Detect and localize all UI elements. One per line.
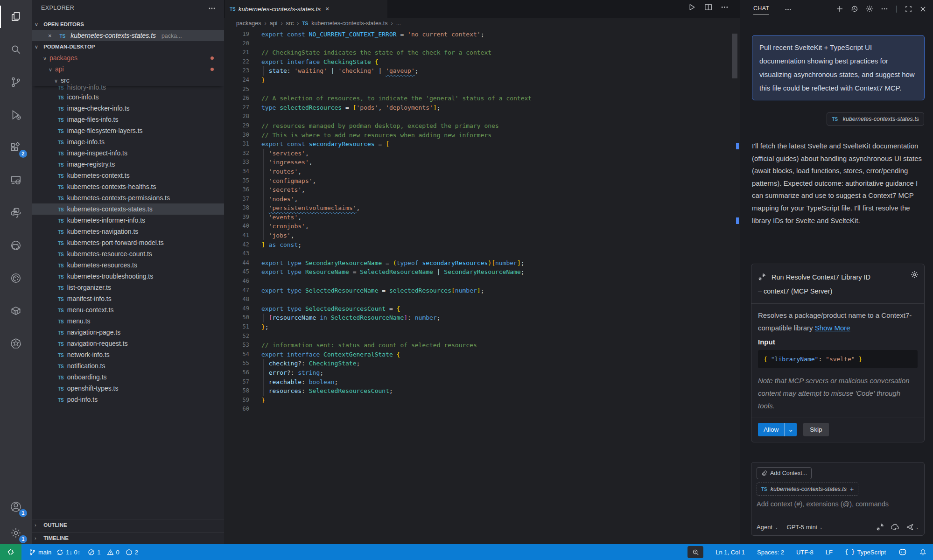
activity-remote-explorer-icon[interactable] [0,169,32,191]
file-notification.ts[interactable]: TSnotification.ts [32,360,224,371]
code-line-39[interactable]: 39 'events', [224,213,740,222]
file-image-registry.ts[interactable]: TSimage-registry.ts [32,159,224,170]
file-kubernetes-navigation.ts[interactable]: TSkubernetes-navigation.ts [32,226,224,237]
maximize-panel-icon[interactable] [905,6,912,13]
send-dropdown-icon[interactable]: ⌄ [915,525,919,530]
open-editor-item[interactable]: × TS kubernetes-contexts-states.ts packa… [32,30,224,41]
message-attachment-chip[interactable]: TS kubernetes-contexts-states.ts [827,112,924,126]
breadcrumb-item[interactable]: kubernetes-contexts-states.ts [311,20,387,27]
mode-selector[interactable]: Agent⌄ [757,524,779,531]
activity-python-icon[interactable] [0,202,32,224]
code-line-31[interactable]: 31export const secondaryResources = [ [224,140,740,149]
close-panel-icon[interactable] [919,6,926,13]
breadcrumb-item[interactable]: packages [236,20,261,27]
code-line-22[interactable]: 22export interface CheckingState { [224,57,740,67]
file-kubernetes-contexts-permissions.ts[interactable]: TSkubernetes-contexts-permissions.ts [32,192,224,203]
code-line-28[interactable]: 28 [224,112,740,121]
code-line-19[interactable]: 19export const NO_CURRENT_CONTEXT_ERROR … [224,30,740,39]
gear-icon[interactable] [866,5,873,13]
code-line-44[interactable]: 44export type SecondaryResourceName = (t… [224,259,740,268]
file-image-inspect-info.ts[interactable]: TSimage-inspect-info.ts [32,147,224,159]
voice-cloud-icon[interactable] [891,523,899,531]
activity-run-and-debug-icon[interactable] [0,104,32,126]
code-line-24[interactable]: 24} [224,76,740,85]
editor-more-icon[interactable] [721,3,729,11]
code-line-55[interactable]: 55 checking?: CheckingState; [224,359,740,368]
code-line-20[interactable]: 20 [224,39,740,49]
code-line-25[interactable]: 25 [224,85,740,94]
project-root-section[interactable]: ∨ PODMAN-DESKTOP [32,41,224,52]
breadcrumb[interactable]: packages›api›src›TSkubernetes-contexts-s… [236,18,401,29]
open-editors-section[interactable]: ∨ OPEN EDITORS [32,19,224,30]
zoom-indicator[interactable] [687,546,703,558]
file-icon-info.ts[interactable]: TSicon-info.ts [32,91,224,103]
chat-input-box[interactable]: Add Context... TS kubernetes-contexts-st… [751,462,925,536]
activity-extensions-icon[interactable]: 2 [0,136,32,159]
code-line-58[interactable]: 58 resources: SelectedResourcesCount; [224,386,740,396]
code-line-29[interactable]: 29// resources managed by podman desktop… [224,121,740,131]
file-manifest-info.ts[interactable]: TSmanifest-info.ts [32,293,224,304]
file-kubernetes-context.ts[interactable]: TSkubernetes-context.ts [32,170,224,181]
activity-github-icon[interactable] [0,234,32,257]
model-selector[interactable]: GPT-5 mini⌄ [787,524,823,531]
input-attachment-chip[interactable]: TS kubernetes-contexts-states.ts + [757,483,858,496]
editor-scrollbar[interactable] [732,34,737,78]
tab-kubernetes-contexts-states[interactable]: TS kubernetes-contexts-states.ts × [225,0,387,18]
chat-tab-more-icon[interactable] [785,6,792,13]
bell-icon[interactable] [919,549,926,556]
code-line-57[interactable]: 57 reachable: boolean; [224,378,740,387]
code-line-26[interactable]: 26// A selection of resources, to indica… [224,94,740,103]
timeline-section[interactable]: › TIMELINE [32,532,224,544]
file-image-info.ts[interactable]: TSimage-info.ts [32,136,224,147]
code-line-52[interactable]: 52 [224,332,740,341]
code-line-60[interactable]: 60 [224,405,740,414]
code-line-23[interactable]: 23 state: 'waiting' | 'checking' | 'gave… [224,66,740,76]
code-line-33[interactable]: 33 'ingresses', [224,158,740,167]
run-button[interactable] [688,3,696,11]
code-line-47[interactable]: 47export type SelectedResourceName = sel… [224,286,740,295]
file-image-filesystem-layers.ts[interactable]: TSimage-filesystem-layers.ts [32,125,224,136]
code-line-45[interactable]: 45export type ResourceName = SelectedRes… [224,267,740,277]
code-line-53[interactable]: 53// information sent: status and count … [224,341,740,350]
file-kubernetes-contexts-healths.ts[interactable]: TSkubernetes-contexts-healths.ts [32,181,224,192]
file-list-organizer.ts[interactable]: TSlist-organizer.ts [32,282,224,293]
file-kubernetes-resource-count.ts[interactable]: TSkubernetes-resource-count.ts [32,248,224,259]
code-line-37[interactable]: 37 'nodes', [224,195,740,204]
file-navigation-page.ts[interactable]: TSnavigation-page.ts [32,327,224,338]
activity-explorer-icon[interactable] [0,6,32,28]
file-kubernetes-port-forward-model.ts[interactable]: TSkubernetes-port-forward-model.ts [32,237,224,248]
attach-plus-icon[interactable]: + [850,485,854,493]
allow-dropdown-icon[interactable]: ⌄ [784,423,797,436]
code-line-51[interactable]: 51}; [224,322,740,332]
file-navigation-request.ts[interactable]: TSnavigation-request.ts [32,338,224,349]
file-pod-info.ts[interactable]: TSpod-info.ts [32,394,224,405]
code-line-49[interactable]: 49export type SelectedResourcesCount = { [224,304,740,314]
problems-status[interactable]: 1 0 2 [88,549,138,556]
file-openshift-types.ts[interactable]: TSopenshift-types.ts [32,383,224,394]
code-line-43[interactable]: 43 [224,249,740,259]
activity-accounts-icon[interactable]: 1 [0,496,32,518]
code-line-34[interactable]: 34 'routes', [224,167,740,176]
split-editor-icon[interactable] [704,3,712,11]
chat-input-placeholder[interactable]: Add context (#), extensions (@), command… [757,500,920,508]
tab-chat[interactable]: CHAT [753,5,769,14]
history-icon[interactable] [851,5,858,13]
code-line-42[interactable]: 42] as const; [224,240,740,250]
code-line-56[interactable]: 56 error?: string; [224,368,740,378]
code-line-54[interactable]: 54export interface ContextGeneralState { [224,350,740,359]
breadcrumb-more[interactable]: ... [396,20,401,27]
tools-icon[interactable] [876,523,884,531]
file-image-checker-info.ts[interactable]: TSimage-checker-info.ts [32,103,224,114]
code-line-38[interactable]: 38 'persistentvolumeclaims', [224,203,740,213]
file-menu-context.ts[interactable]: TSmenu-context.ts [32,304,224,315]
breadcrumb-item[interactable]: src [286,20,294,27]
explorer-more-icon[interactable] [208,5,216,12]
file-kubernetes-troubleshooting.ts[interactable]: TSkubernetes-troubleshooting.ts [32,271,224,282]
activity-search-icon[interactable] [0,38,32,61]
code-line-21[interactable]: 21// CheckingState indicates the state o… [224,48,740,57]
code-line-36[interactable]: 36 'secrets', [224,185,740,195]
eol-sequence[interactable]: LF [826,549,833,556]
file-kubernetes-contexts-states.ts[interactable]: TSkubernetes-contexts-states.ts [32,203,224,215]
code-line-48[interactable]: 48 [224,295,740,304]
folder-api[interactable]: ∨api [32,63,224,75]
